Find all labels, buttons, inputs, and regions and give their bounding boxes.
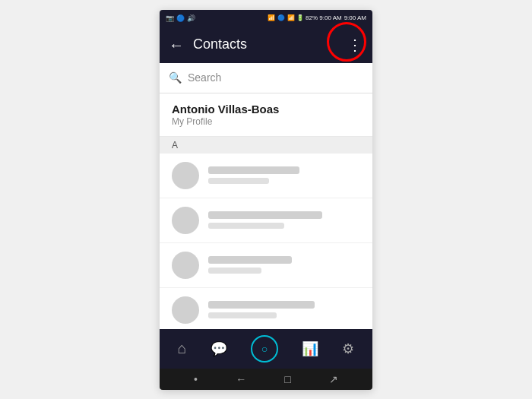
app-bar: ← Contacts ⋮: [160, 27, 372, 63]
back-button[interactable]: ←: [166, 34, 187, 55]
dashboard-icon: 📊: [302, 340, 318, 357]
android-back-button[interactable]: ←: [236, 373, 246, 385]
time-text: 9:00 AM: [344, 14, 366, 21]
camera-icon: 📷: [166, 14, 174, 22]
nav-home-button[interactable]: ⌂: [169, 337, 196, 360]
contact-info: [208, 166, 360, 184]
profile-subtitle: My Profile: [172, 116, 360, 127]
contact-name-blur: [208, 256, 292, 264]
messages-icon: 💬: [211, 340, 227, 357]
bt-icon: 🔵: [176, 14, 185, 22]
status-bar-left: 📷 🔵 🔊: [166, 14, 195, 22]
profile-section[interactable]: Antonio Villas-Boas My Profile: [160, 93, 372, 137]
nav-settings-button[interactable]: ⚙: [333, 337, 363, 360]
contact-name-blur: [208, 301, 315, 309]
page-title: Contacts: [193, 36, 335, 52]
signal-icon: 📶: [268, 14, 275, 21]
contact-detail-blur: [208, 178, 269, 184]
nav-dashboard-button[interactable]: 📊: [293, 337, 328, 360]
status-bar: 📷 🔵 🔊 📶 🔵 📶 🔋 82% 9:00 AM 9:00 AM: [160, 10, 372, 27]
android-dot-button[interactable]: •: [194, 373, 198, 385]
contact-detail-blur: [208, 312, 277, 318]
list-item[interactable]: [160, 198, 372, 243]
android-recents-button[interactable]: ↗: [329, 373, 338, 385]
home-icon: ⌂: [178, 340, 187, 357]
profile-name: Antonio Villas-Boas: [172, 103, 360, 116]
android-nav-bar: • ← □ ↗: [160, 369, 372, 390]
avatar: [172, 207, 199, 234]
contact-name-blur: [208, 166, 299, 174]
list-item[interactable]: [160, 243, 372, 288]
android-home-button[interactable]: □: [284, 373, 290, 385]
contact-info: [208, 211, 360, 229]
contact-detail-blur: [208, 268, 261, 274]
status-bar-right: 📶 🔵 📶 🔋 82% 9:00 AM 9:00 AM: [268, 14, 366, 21]
contact-detail-blur: [208, 223, 284, 229]
settings-icon: ⚙: [342, 340, 354, 357]
phone-frame: 📷 🔵 🔊 📶 🔵 📶 🔋 82% 9:00 AM 9:00 AM ← Cont…: [160, 10, 372, 390]
wifi-icon: 🔊: [187, 14, 195, 22]
section-header-a: A: [160, 137, 372, 154]
contact-info: [208, 301, 360, 318]
nav-alexa-button[interactable]: ○: [242, 332, 287, 366]
avatar: [172, 162, 199, 189]
contacts-list: Antonio Villas-Boas My Profile A: [160, 93, 372, 329]
search-bar[interactable]: 🔍 Search: [160, 63, 372, 93]
list-item[interactable]: [160, 288, 372, 329]
search-icon: 🔍: [169, 71, 182, 84]
alexa-circle-icon: ○: [251, 335, 278, 363]
contact-info: [208, 256, 360, 274]
contact-name-blur: [208, 211, 322, 219]
battery-text: 🔵 📶 🔋 82% 9:00 AM: [277, 14, 341, 21]
more-options-button[interactable]: ⋮: [341, 31, 369, 59]
search-input[interactable]: Search: [188, 71, 363, 84]
avatar: [172, 296, 199, 324]
avatar: [172, 252, 199, 279]
bottom-nav: ⌂ 💬 ○ 📊 ⚙: [160, 329, 372, 369]
list-item[interactable]: [160, 154, 372, 198]
nav-messages-button[interactable]: 💬: [201, 337, 236, 360]
